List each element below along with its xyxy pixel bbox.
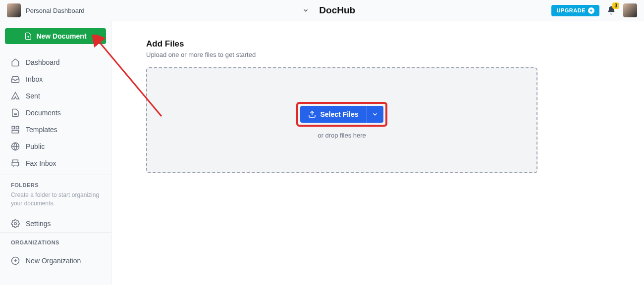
nav-list: Dashboard Inbox Sent Documents Templates… — [0, 51, 111, 175]
sidebar-item-label: Dashboard — [26, 58, 60, 66]
folders-section: FOLDERS Create a folder to start organiz… — [0, 175, 111, 215]
file-icon — [11, 108, 20, 117]
template-icon — [11, 125, 20, 134]
add-files-subtitle: Upload one or more files to get started — [146, 51, 609, 58]
select-files-highlight: Select Files — [296, 102, 387, 127]
avatar-icon — [7, 3, 21, 17]
sidebar-item-public[interactable]: Public — [0, 138, 111, 155]
chevron-down-icon[interactable] — [302, 7, 309, 14]
fax-icon — [11, 159, 20, 168]
add-files-title: Add Files — [146, 39, 609, 49]
select-files-dropdown[interactable] — [367, 106, 383, 123]
new-document-button[interactable]: New Document — [5, 28, 106, 44]
brand-title: DocHub — [319, 5, 355, 16]
new-organization-label: New Organization — [26, 257, 81, 265]
settings-label: Settings — [26, 220, 51, 228]
main-content: Add Files Upload one or more files to ge… — [111, 21, 644, 285]
svg-rect-10 — [12, 162, 19, 166]
sidebar-item-inbox[interactable]: Inbox — [0, 71, 111, 88]
sidebar-item-label: Templates — [26, 126, 57, 134]
sidebar-item-documents[interactable]: Documents — [0, 104, 111, 121]
folders-description: Create a folder to start organizing your… — [11, 191, 100, 208]
gear-icon — [11, 219, 20, 228]
sidebar-item-dashboard[interactable]: Dashboard — [0, 54, 111, 71]
settings-section: Settings — [0, 215, 111, 232]
svg-rect-5 — [16, 126, 19, 129]
new-document-label: New Document — [36, 32, 86, 40]
workspace-switcher[interactable]: Personal Dashboard — [7, 3, 106, 17]
plus-circle-icon — [11, 256, 20, 265]
home-icon — [11, 58, 20, 67]
workspace-label: Personal Dashboard — [26, 7, 85, 14]
upload-icon — [308, 110, 316, 118]
sidebar-item-sent[interactable]: Sent — [0, 88, 111, 104]
svg-point-13 — [14, 222, 17, 225]
globe-icon — [11, 142, 20, 151]
sidebar-item-label: Sent — [26, 92, 40, 100]
sidebar-item-label: Public — [26, 142, 45, 150]
file-plus-icon — [24, 32, 32, 40]
folders-title: FOLDERS — [11, 182, 100, 188]
plus-circle-icon: + — [588, 7, 594, 14]
organizations-title: ORGANIZATIONS — [11, 239, 100, 245]
notifications-button[interactable]: 3 — [606, 5, 616, 15]
inbox-icon — [11, 75, 20, 84]
sidebar-item-fax-inbox[interactable]: Fax Inbox — [0, 155, 111, 172]
svg-rect-4 — [12, 126, 14, 129]
upgrade-button[interactable]: UPGRADE + — [551, 5, 599, 16]
profile-avatar[interactable] — [623, 3, 637, 17]
sidebar-item-label: Fax Inbox — [26, 159, 56, 167]
sidebar-item-label: Documents — [26, 109, 61, 117]
sidebar-item-label: Inbox — [26, 75, 43, 83]
drop-hint: or drop files here — [318, 132, 366, 139]
select-files-button[interactable]: Select Files — [300, 106, 366, 123]
topbar: Personal Dashboard DocHub UPGRADE + 3 — [0, 0, 644, 21]
sidebar-item-settings[interactable]: Settings — [0, 215, 111, 232]
organizations-section: ORGANIZATIONS — [0, 232, 111, 251]
sidebar-item-templates[interactable]: Templates — [0, 121, 111, 138]
select-files-label: Select Files — [320, 110, 358, 118]
sidebar: New Document Dashboard Inbox Sent Docume… — [0, 21, 111, 285]
file-dropzone[interactable]: Select Files or drop files here — [146, 67, 537, 173]
svg-rect-6 — [12, 131, 19, 133]
new-organization-button[interactable]: New Organization — [0, 251, 111, 270]
notification-badge: 3 — [612, 2, 619, 9]
send-icon — [11, 92, 20, 100]
upgrade-label: UPGRADE — [556, 7, 586, 13]
